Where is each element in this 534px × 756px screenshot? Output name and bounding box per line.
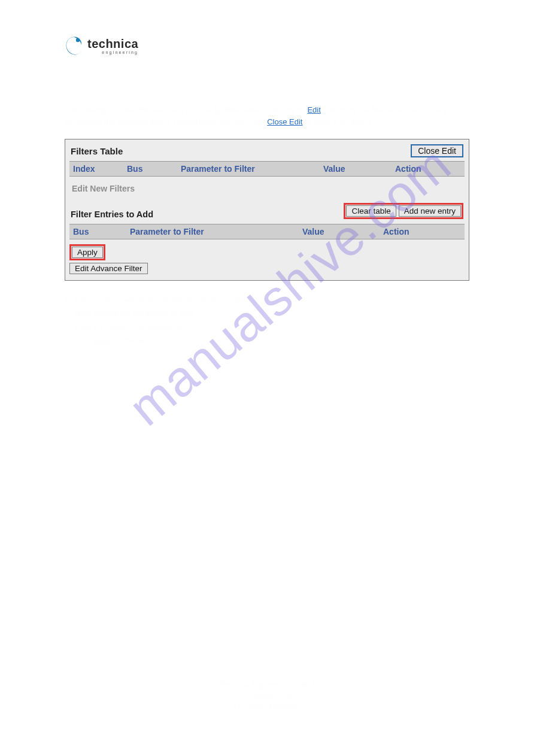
- brand-name: technica: [87, 38, 138, 50]
- edit-link[interactable]: Edit: [307, 105, 320, 114]
- intro-text-1: After routing is done, the next step is …: [65, 105, 307, 114]
- step-4: 4. Click apply button when done.: [65, 334, 469, 347]
- step-3: 3. Write the value of the parameter.: [65, 320, 469, 333]
- col2-action: Action: [383, 227, 461, 236]
- step-2: 2. Then choose the parameter to filter.: [65, 307, 469, 320]
- filters-header-row: Index Bus Parameter to Filter Value Acti…: [69, 161, 465, 177]
- instructions-list: 1. A new entry needs to be created by cl…: [65, 294, 469, 347]
- entries-to-add-label: Filter Entries to Add: [71, 210, 153, 219]
- col-bus: Bus: [127, 164, 181, 174]
- add-new-entry-button[interactable]: Add new entry: [399, 205, 461, 217]
- entries-header-row: Bus Parameter to Filter Value Action: [69, 224, 465, 239]
- step-1: 1. A new entry needs to be created by cl…: [65, 294, 469, 307]
- table-action-buttons: Clear table Add new entry: [344, 203, 463, 219]
- page-number: 47: [0, 717, 534, 728]
- brand-logo: technica engineering: [65, 36, 469, 56]
- filters-table-panel: Filters Table Close Edit Index Bus Param…: [65, 139, 469, 281]
- brand-subtitle: engineering: [87, 50, 138, 54]
- intro-text-3: to close filter menu.: [305, 117, 372, 126]
- edit-new-filters-label: Edit New Filters: [69, 177, 465, 203]
- col2-bus: Bus: [73, 227, 130, 236]
- col-index: Index: [73, 164, 127, 174]
- close-edit-button[interactable]: Close Edit: [411, 144, 463, 157]
- col-param: Parameter to Filter: [181, 164, 323, 174]
- panel-title: Filters Table: [71, 146, 123, 156]
- clear-table-button[interactable]: Clear table: [346, 205, 396, 217]
- apply-button[interactable]: Apply: [72, 247, 103, 258]
- edit-advance-filter-button[interactable]: Edit Advance Filter: [69, 263, 148, 274]
- col-action: Action: [395, 164, 461, 174]
- col2-param: Parameter to Filter: [130, 227, 302, 236]
- intro-paragraph: After routing is done, the next step is …: [65, 104, 469, 128]
- svg-point-0: [76, 38, 80, 42]
- apply-highlight: Apply: [69, 244, 105, 260]
- footer-company: Technica Engineering GmbH: [0, 679, 534, 690]
- page-footer: Technica Engineering GmbH Leopoldstr. 23…: [0, 679, 534, 728]
- close-edit-link[interactable]: Close Edit: [267, 117, 302, 126]
- logo-swirl-icon: [65, 36, 84, 56]
- col2-value: Value: [302, 227, 383, 236]
- footer-address2: D - 80807 München: [0, 702, 534, 713]
- col-value: Value: [323, 164, 395, 174]
- footer-address1: Leopoldstr. 236: [0, 690, 534, 702]
